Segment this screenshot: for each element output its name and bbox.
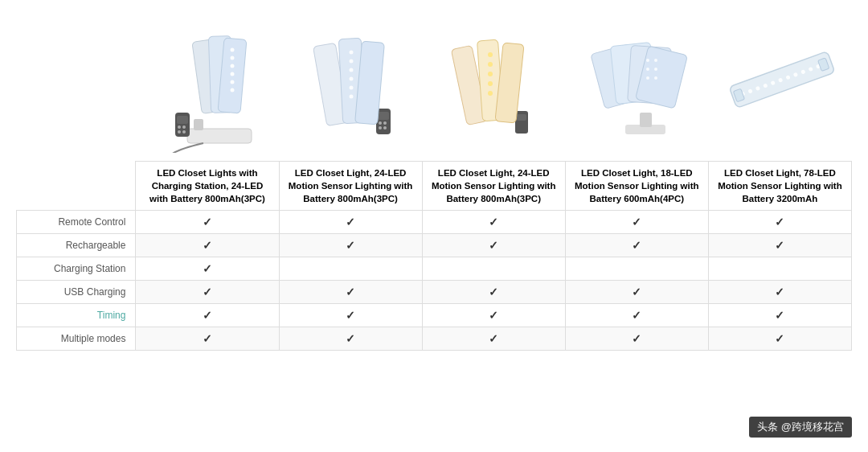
feature-label-5: Multiple modes [17,327,136,351]
product-header-1: LED Closet Lights with Charging Station,… [136,162,279,211]
empty-header [17,162,136,211]
svg-rect-1 [194,119,203,130]
feature-check-1-0: ✓ [136,234,279,257]
feature-check-0-0: ✓ [136,211,279,234]
feature-check-4-4: ✓ [708,304,851,327]
checkmark-icon: ✓ [489,286,498,298]
svg-point-51 [654,76,657,80]
checkmark-icon: ✓ [632,286,641,298]
feature-check-2-3 [565,257,708,281]
svg-point-30 [349,86,353,90]
checkmark-icon: ✓ [203,286,212,298]
svg-point-20 [383,121,387,125]
checkmark-icon: ✓ [489,239,498,252]
comparison-table: LED Closet Lights with Charging Station,… [16,161,852,351]
svg-rect-3 [177,116,188,124]
feature-check-1-3: ✓ [565,234,708,257]
svg-point-21 [379,126,382,129]
svg-point-4 [178,125,181,129]
feature-check-5-4: ✓ [708,327,851,351]
feature-check-4-2: ✓ [422,304,565,327]
product-image-1 [149,8,289,153]
svg-point-40 [488,81,493,86]
svg-rect-0 [187,129,252,143]
feature-check-3-4: ✓ [708,281,851,304]
feature-row-0: Remote Control✓✓✓✓✓ [17,211,852,234]
product-header-5: LED Closet Light, 78-LED Motion Sensor L… [708,162,851,211]
checkmark-icon: ✓ [632,239,641,252]
watermark: 头条 @跨境移花宫 [749,417,852,438]
feature-check-5-3: ✓ [565,327,708,351]
feature-check-3-2: ✓ [422,281,565,304]
feature-check-3-0: ✓ [136,281,279,304]
feature-check-5-2: ✓ [422,327,565,351]
feature-row-2: Charging Station✓ [17,257,852,281]
checkmark-icon: ✓ [203,216,212,228]
feature-check-3-3: ✓ [565,281,708,304]
checkmark-icon: ✓ [775,332,784,345]
svg-point-46 [646,59,649,62]
feature-check-3-1: ✓ [279,281,422,304]
checkmark-icon: ✓ [346,216,355,228]
checkmark-icon: ✓ [489,332,498,345]
checkmark-icon: ✓ [632,332,641,345]
svg-point-19 [379,121,382,125]
checkmark-icon: ✓ [346,286,355,298]
svg-point-48 [646,68,649,71]
svg-rect-18 [378,112,389,120]
svg-point-49 [654,68,657,71]
checkmark-icon: ✓ [775,309,784,322]
feature-label-2: Charging Station [17,257,136,281]
checkmark-icon: ✓ [203,309,212,322]
feature-row-5: Multiple modes✓✓✓✓✓ [17,327,852,351]
svg-point-47 [654,59,657,62]
product-image-2 [289,8,430,153]
svg-point-27 [349,60,353,64]
product-image-5 [711,8,852,153]
feature-check-1-4: ✓ [708,234,851,257]
feature-check-0-2: ✓ [422,211,565,234]
main-container: LED Closet Lights with Charging Station,… [0,0,868,367]
svg-point-15 [230,80,234,84]
checkmark-icon: ✓ [775,239,784,252]
svg-point-38 [488,62,493,67]
svg-point-22 [383,126,387,129]
feature-check-1-2: ✓ [422,234,565,257]
feature-check-0-1: ✓ [279,211,422,234]
product-header-4: LED Closet Light, 18-LED Motion Sensor L… [565,162,708,211]
svg-point-28 [349,68,353,72]
checkmark-icon: ✓ [775,216,784,228]
feature-check-0-4: ✓ [708,211,851,234]
feature-label-1: Rechargeable [17,234,136,257]
feature-row-1: Rechargeable✓✓✓✓✓ [17,234,852,257]
feature-check-5-1: ✓ [279,327,422,351]
feature-label-4: Timing [17,304,136,327]
svg-point-11 [230,48,234,52]
svg-point-12 [230,56,234,60]
svg-point-41 [488,91,493,96]
checkmark-icon: ✓ [632,216,641,228]
checkmark-icon: ✓ [203,262,212,275]
product-header-3: LED Closet Light, 24-LED Motion Sensor L… [422,162,565,211]
feature-label-0: Remote Control [17,211,136,234]
feature-check-4-0: ✓ [136,304,279,327]
svg-rect-53 [640,113,652,127]
checkmark-icon: ✓ [632,309,641,322]
svg-point-26 [349,51,353,55]
svg-rect-33 [517,114,526,121]
feature-check-0-3: ✓ [565,211,708,234]
product-image-4 [571,8,711,153]
checkmark-icon: ✓ [346,309,355,322]
product-image-3 [430,8,571,153]
svg-point-14 [230,72,234,76]
svg-point-37 [488,52,493,57]
feature-check-2-4 [708,257,851,281]
product-header-2: LED Closet Light, 24-LED Motion Sensor L… [279,162,422,211]
checkmark-icon: ✓ [346,332,355,345]
checkmark-icon: ✓ [203,332,212,345]
feature-label-3: USB Charging [17,281,136,304]
checkmark-icon: ✓ [489,216,498,228]
checkmark-icon: ✓ [489,309,498,322]
feature-check-1-1: ✓ [279,234,422,257]
svg-point-50 [646,76,649,80]
